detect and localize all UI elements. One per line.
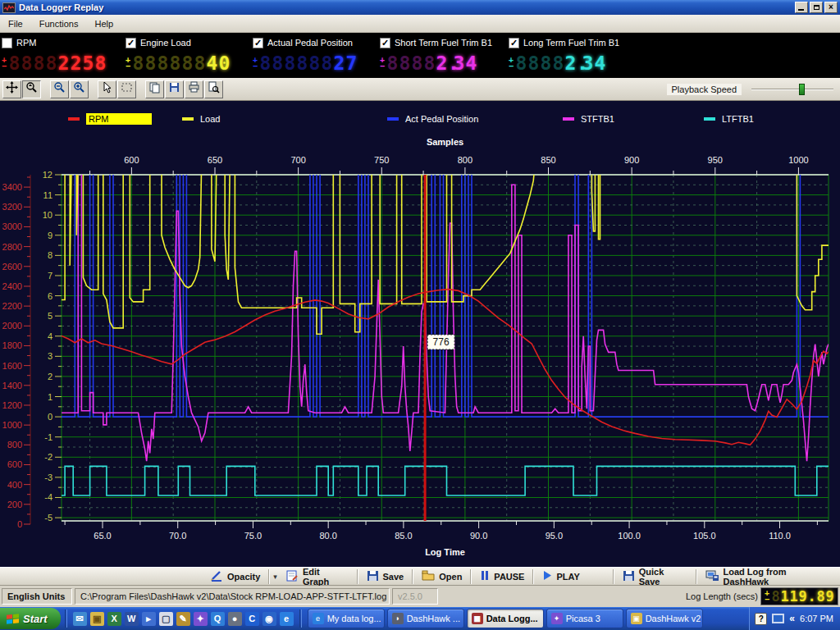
- seg-ghost-digit: 8: [540, 52, 552, 74]
- system-tray: ? « 6:07 PM: [749, 607, 840, 630]
- channel-long-term-fuel-trim-b1: ✓ Long Term Fuel Trim B1 +−88882.34: [509, 33, 632, 78]
- seg-ghost-digit: 8: [321, 52, 333, 74]
- svg-text:600: 600: [124, 155, 139, 165]
- legend-item-ltftb1[interactable]: LTFTB1: [704, 112, 754, 126]
- window-icon: ▣: [631, 613, 642, 624]
- channel-checkbox[interactable]: ✓: [509, 38, 519, 48]
- menu-functions[interactable]: Functions: [31, 16, 87, 31]
- play-button[interactable]: PLAY: [536, 568, 586, 584]
- taskbar-window-picasa-3[interactable]: ✦ Picasa 3: [546, 609, 623, 628]
- channel-checkbox[interactable]: ✓: [126, 38, 136, 48]
- copernic-icon[interactable]: C: [245, 612, 259, 626]
- legend-item-load[interactable]: Load: [182, 112, 220, 126]
- button-label: Load Log from DashHawk: [724, 567, 833, 587]
- close-button[interactable]: ×: [824, 2, 838, 13]
- seg-value-digit: 4: [465, 52, 477, 74]
- save-button[interactable]: Save: [360, 568, 411, 585]
- legend-swatch: [563, 117, 574, 121]
- zoom-in-button[interactable]: [70, 80, 89, 98]
- sign-indicator: +−: [126, 57, 130, 70]
- seg-value-digit: 1: [789, 588, 798, 605]
- picasa-icon[interactable]: ✦: [194, 612, 208, 626]
- menu-file[interactable]: File: [0, 16, 31, 31]
- save-button[interactable]: [165, 80, 184, 98]
- taskbar-window-dashhawk-v2[interactable]: ▣ DashHawk v2: [626, 609, 703, 628]
- zoom-out-button[interactable]: [50, 80, 69, 98]
- media-player-icon[interactable]: ▸: [142, 612, 156, 626]
- task-buttons: e My data log... ◗ DashHawk ... ▦ Data L…: [308, 609, 703, 628]
- svg-text:2800: 2800: [2, 242, 22, 252]
- show-desktop-icon[interactable]: ▢: [159, 612, 173, 626]
- tray-expand-chevron[interactable]: «: [789, 613, 795, 624]
- legend-item-act-pedal-position[interactable]: Act Pedal Position: [387, 112, 478, 126]
- media-center-icon[interactable]: ◉: [262, 612, 276, 626]
- opacity-button[interactable]: Opacity: [203, 568, 267, 585]
- print-icon: [188, 81, 200, 97]
- legend-item-stftb1[interactable]: STFTB1: [563, 112, 614, 126]
- dropdown-arrow-icon[interactable]: ▾: [272, 573, 279, 581]
- svg-text:7: 7: [48, 271, 52, 281]
- legend-item-rpm[interactable]: RPM: [68, 112, 152, 126]
- channel-checkbox[interactable]: ✓: [380, 38, 390, 48]
- copy-button[interactable]: [145, 80, 164, 98]
- titlebar[interactable]: Data Logger Replay ×: [0, 0, 840, 15]
- zoom-window-button[interactable]: [22, 80, 41, 98]
- print-button[interactable]: [185, 80, 203, 98]
- bottombar-separator: [532, 569, 534, 584]
- print-preview-button[interactable]: [204, 80, 223, 98]
- svg-text:9: 9: [48, 231, 52, 240]
- channel-checkbox[interactable]: ✓: [253, 38, 263, 48]
- display-tray-icon[interactable]: [772, 614, 784, 623]
- taskbar-window-data-logg-[interactable]: ▦ Data Logg...: [467, 609, 544, 628]
- seg-value-digit: 7: [345, 52, 358, 74]
- menu-help[interactable]: Help: [86, 16, 121, 31]
- chart-panel: 0200400600800100012001400160018002000220…: [0, 101, 840, 567]
- chart[interactable]: 0200400600800100012001400160018002000220…: [0, 101, 840, 567]
- mail-icon[interactable]: ✉: [73, 612, 87, 626]
- clock: 6:07 PM: [800, 614, 833, 623]
- window-label: Picasa 3: [566, 614, 600, 623]
- seg-ghost-digit: 8: [33, 52, 45, 74]
- notepad-icon[interactable]: ✎: [176, 612, 190, 626]
- minimize-button[interactable]: [795, 2, 808, 13]
- pan-icon: [6, 81, 18, 97]
- start-button[interactable]: Start: [0, 608, 61, 629]
- taskbar-divider: [299, 609, 302, 628]
- taskbar-window-dashhawk-[interactable]: ◗ DashHawk ...: [387, 609, 464, 628]
- svg-text:80.0: 80.0: [319, 531, 336, 541]
- edit-graph-button[interactable]: Edit Graph: [279, 565, 355, 588]
- channel-value-display: +−88888827: [253, 51, 376, 75]
- globe-icon[interactable]: ●: [228, 612, 242, 626]
- zoom-window-icon: [25, 81, 38, 97]
- load-log-from-dashhawk-button[interactable]: Load Log from DashHawk: [699, 565, 840, 588]
- data-logger-replay-window: Data Logger Replay × FileFunctionsHelp R…: [0, 0, 840, 630]
- channel-checkbox[interactable]: [2, 38, 12, 48]
- quick-save-button[interactable]: Quick Save: [616, 565, 694, 588]
- channel-value-display: +−88888840: [126, 51, 249, 75]
- pause-button[interactable]: PAUSE: [473, 568, 531, 584]
- ie-icon[interactable]: e: [280, 612, 294, 626]
- select-rect-button[interactable]: [117, 80, 136, 98]
- open-button[interactable]: Open: [415, 568, 468, 584]
- help-tray-icon[interactable]: ?: [755, 613, 767, 625]
- button-label: Save: [383, 572, 404, 582]
- pan-button[interactable]: [2, 80, 21, 98]
- word-icon[interactable]: W: [125, 612, 139, 626]
- slider-thumb[interactable]: [799, 84, 805, 95]
- excel-icon[interactable]: X: [107, 612, 121, 626]
- svg-text:3: 3: [48, 351, 52, 361]
- playback-speed-label: Playback Speed: [667, 84, 742, 95]
- restore-button[interactable]: [810, 2, 823, 13]
- playback-speed-slider[interactable]: [751, 83, 833, 96]
- channel-value-display: +−88882.34: [509, 51, 632, 75]
- taskbar-window-my-data-log-[interactable]: e My data log...: [308, 609, 385, 628]
- legend-swatch: [68, 117, 80, 121]
- quicktime-icon[interactable]: Q: [211, 612, 225, 626]
- svg-text:1400: 1400: [2, 381, 22, 390]
- zoom-out-icon: [53, 81, 66, 97]
- folder-up-icon[interactable]: ▣: [90, 612, 104, 626]
- svg-text:-5: -5: [44, 513, 52, 523]
- pointer-button[interactable]: [98, 80, 116, 98]
- legend-swatch: [182, 117, 194, 121]
- bottom-toolbar: Opacity▾Edit GraphSaveOpenPAUSEPLAYQuick…: [0, 567, 840, 586]
